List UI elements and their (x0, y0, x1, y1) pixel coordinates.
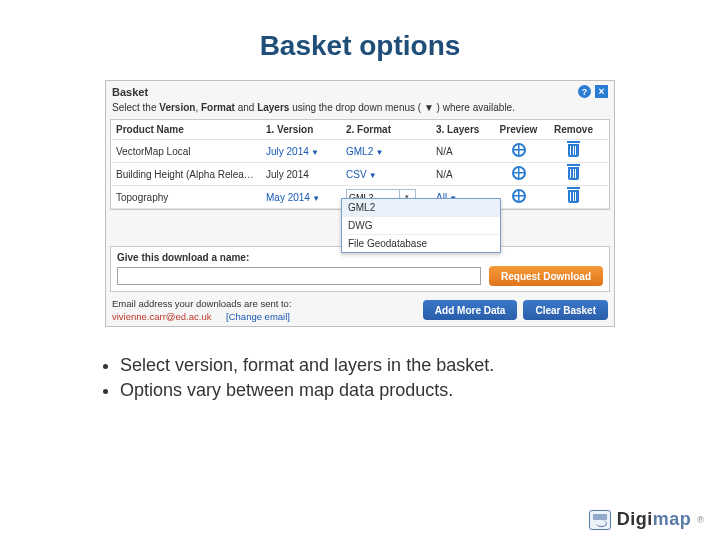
table-row: Building Height (Alpha Relea… July 2014 … (111, 163, 609, 186)
format-dropdown[interactable]: GML2 (346, 146, 383, 157)
remove-icon[interactable] (568, 144, 579, 157)
cell-layers: N/A (431, 166, 491, 183)
col-remove: Remove (546, 121, 601, 138)
email-label: Email address your downloads are sent to… (112, 298, 292, 309)
cell-version: July 2014 (261, 166, 341, 183)
cell-layers: N/A (431, 143, 491, 160)
preview-icon[interactable] (512, 166, 526, 180)
table-row: VectorMap Local July 2014 GML2 N/A (111, 140, 609, 163)
preview-icon[interactable] (512, 189, 526, 203)
bullet-item: Select version, format and layers in the… (120, 355, 720, 376)
dropdown-option[interactable]: DWG (342, 217, 500, 235)
download-name-label: Give this download a name: (117, 252, 603, 263)
digimap-icon (589, 510, 611, 530)
brand-logo: Digimap ® (589, 509, 704, 530)
download-name-input[interactable] (117, 267, 481, 285)
slide-title: Basket options (0, 30, 720, 62)
version-dropdown[interactable]: July 2014 (266, 146, 319, 157)
col-product: Product Name (111, 121, 261, 138)
cell-product: VectorMap Local (111, 143, 261, 160)
dropdown-option[interactable]: GML2 (342, 199, 500, 217)
col-version: 1. Version (261, 121, 341, 138)
brand-text-1: Digi (617, 509, 653, 529)
format-dropdown[interactable]: CSV (346, 169, 377, 180)
basket-heading: Basket (112, 86, 148, 98)
change-email-link[interactable]: [Change email] (226, 311, 290, 322)
clear-basket-button[interactable]: Clear Basket (523, 300, 608, 320)
bullet-list: Select version, format and layers in the… (80, 355, 720, 401)
remove-icon[interactable] (568, 190, 579, 203)
registered-mark: ® (697, 515, 704, 525)
basket-instruction: Select the Version, Format and Layers us… (106, 100, 614, 119)
bullet-item: Options vary between map data products. (120, 380, 720, 401)
cell-product: Topography (111, 189, 261, 206)
preview-icon[interactable] (512, 143, 526, 157)
email-value: vivienne.carr@ed.ac.uk [Change email] (112, 311, 292, 322)
close-icon[interactable]: × (595, 85, 608, 98)
col-layers: 3. Layers (431, 121, 491, 138)
request-download-button[interactable]: Request Download (489, 266, 603, 286)
dropdown-option[interactable]: File Geodatabase (342, 235, 500, 252)
col-format: 2. Format (341, 121, 431, 138)
brand-text-2: map (653, 509, 692, 529)
add-more-data-button[interactable]: Add More Data (423, 300, 518, 320)
format-dropdown-list[interactable]: GML2 DWG File Geodatabase (341, 198, 501, 253)
col-preview: Preview (491, 121, 546, 138)
basket-panel: Basket ? × Select the Version, Format an… (105, 80, 615, 327)
basket-table: Product Name 1. Version 2. Format 3. Lay… (110, 119, 610, 210)
remove-icon[interactable] (568, 167, 579, 180)
version-dropdown[interactable]: May 2014 (266, 192, 320, 203)
table-header-row: Product Name 1. Version 2. Format 3. Lay… (111, 120, 609, 140)
cell-product: Building Height (Alpha Relea… (111, 166, 261, 183)
help-icon[interactable]: ? (578, 85, 591, 98)
